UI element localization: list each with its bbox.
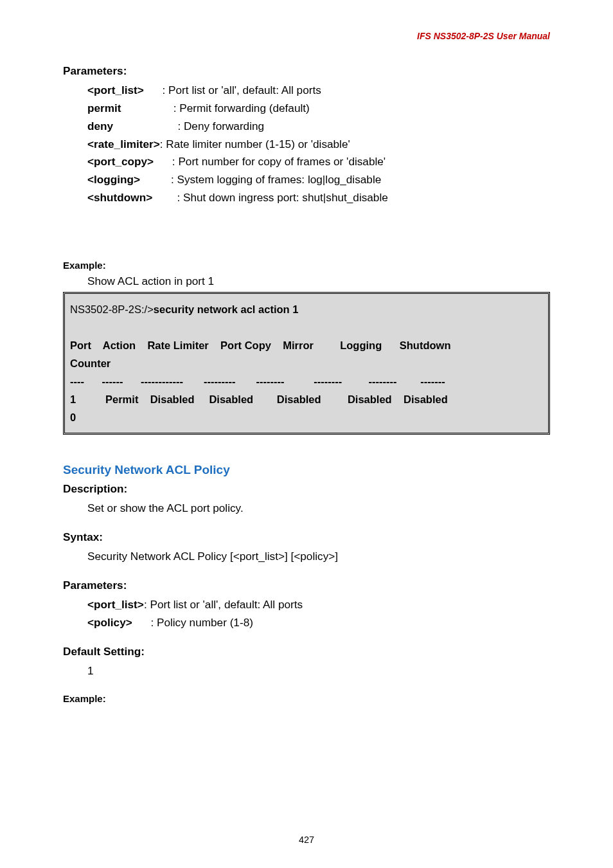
param-val: : Port list or 'all', default: All ports — [163, 84, 321, 96]
code-header-row2: Counter — [70, 357, 111, 369]
parameters-heading: Parameters: — [63, 64, 550, 78]
example-caption: Show ACL action in port 1 — [87, 275, 550, 288]
example-label-2: Example: — [63, 693, 550, 704]
param-key: <port_copy> — [87, 155, 154, 168]
code-data-row: 1 Permit Disabled Disabled Disabled Disa… — [70, 393, 448, 405]
policy-heading: Security Network ACL Policy — [63, 463, 550, 477]
example-label: Example: — [63, 260, 550, 271]
page-header: IFS NS3502-8P-2S User Manual — [63, 31, 550, 41]
page-number: 427 — [0, 835, 613, 845]
param-key: deny — [87, 120, 113, 132]
parameters-block: <port_list> : Port list or 'all', defaul… — [63, 82, 550, 207]
code-divider: ---- ------ ------------ --------- -----… — [70, 375, 445, 387]
syntax-text: Security Network ACL Policy [<port_list>… — [87, 548, 550, 566]
code-command: security network acl action 1 — [154, 303, 299, 315]
param-sep — [132, 616, 151, 629]
param-val: : Port list or 'all', default: All ports — [144, 598, 303, 611]
param-key: <rate_limiter> — [87, 138, 160, 150]
default-label: Default Setting: — [63, 645, 550, 658]
param-val: : Deny forwarding — [177, 120, 264, 132]
param-sep — [154, 155, 172, 168]
param-sep — [152, 191, 177, 204]
param-sep — [113, 120, 177, 132]
param-key: <port_list> — [87, 598, 144, 611]
description-text: Set or show the ACL port policy. — [87, 500, 550, 518]
param-sep — [121, 102, 173, 114]
param-val: : System logging of frames: log|log_disa… — [171, 173, 381, 186]
code-header-row: Port Action Rate Limiter Port Copy Mirro… — [70, 339, 450, 351]
code-block: NS3502-8P-2S:/>security network acl acti… — [63, 292, 550, 435]
policy-parameters-label: Parameters: — [63, 579, 550, 592]
param-sep — [140, 173, 171, 186]
syntax-label: Syntax: — [63, 530, 550, 544]
param-key: <policy> — [87, 616, 132, 629]
param-key: <logging> — [87, 173, 140, 186]
param-key: <port_list> — [87, 84, 144, 96]
code-prompt: NS3502-8P-2S:/> — [70, 303, 154, 315]
param-val: : Port number for copy of frames or 'dis… — [172, 155, 386, 168]
param-val: : Rate limiter number (1-15) or 'disable… — [160, 138, 350, 150]
description-label: Description: — [63, 482, 550, 496]
param-key: permit — [87, 102, 121, 114]
param-val: : Policy number (1-8) — [150, 616, 253, 629]
param-sep — [144, 84, 163, 96]
param-val: : Shut down ingress port: shut|shut_disa… — [177, 191, 387, 204]
default-text: 1 — [87, 662, 550, 680]
param-key: <shutdown> — [87, 191, 152, 204]
param-val: : Permit forwarding (default) — [173, 102, 310, 114]
code-data-row2: 0 — [70, 411, 76, 423]
